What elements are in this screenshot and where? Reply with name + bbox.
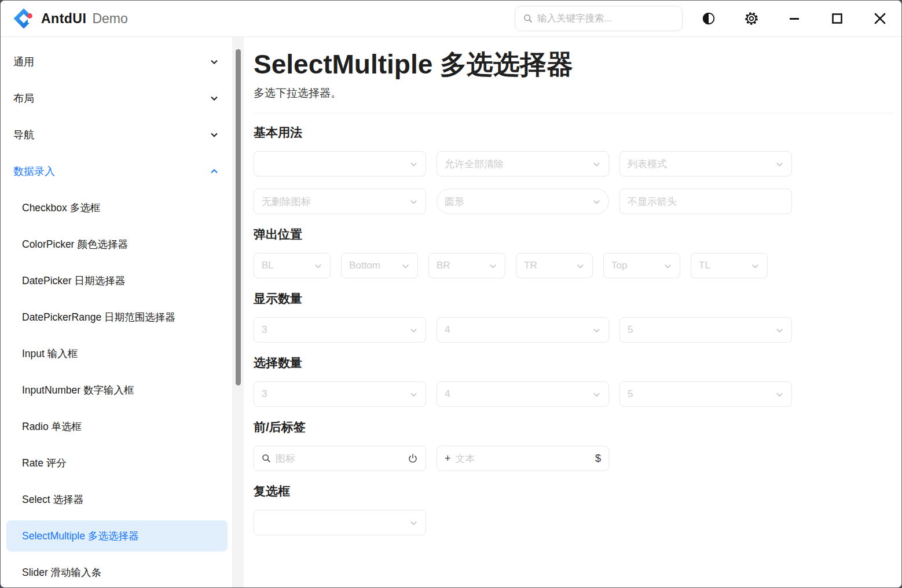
sidebar-item-label: ColorPicker 颜色选择器 [22, 237, 219, 251]
select-no-arrow[interactable]: 不显示箭头 [619, 189, 792, 214]
minimize-button[interactable] [773, 1, 816, 36]
sidebar-group-label: 数据录入 [13, 164, 209, 178]
select-select-count-5[interactable]: 5 [619, 381, 792, 407]
chevron-down-icon [775, 160, 784, 168]
sidebar-item-label: DatePicker 日期选择器 [22, 274, 219, 288]
chevron-down-icon [409, 519, 418, 527]
sidebar-item-radio[interactable]: Radio 单选框 [6, 411, 228, 442]
sidebar-item-inputnumber[interactable]: InputNumber 数字输入框 [6, 374, 228, 406]
search-input[interactable]: 输入关键字搜索... [515, 6, 683, 31]
chevron-down-icon [209, 57, 219, 67]
close-icon [873, 12, 887, 25]
select-select-count-4[interactable]: 4 [437, 381, 609, 407]
select-placement-br[interactable]: BR [428, 253, 505, 278]
power-icon [408, 453, 418, 464]
sidebar-item-label: Slider 滑动输入条 [22, 565, 219, 579]
select-select-count-3[interactable]: 3 [254, 381, 426, 407]
sidebar-item-datepicker[interactable]: DatePicker 日期选择器 [6, 265, 228, 296]
select-prefix-icon[interactable]: 图标 [254, 446, 426, 471]
chevron-down-icon [409, 326, 418, 335]
sidebar-item-slider[interactable]: Slider 滑动输入条 [6, 557, 228, 587]
chevron-down-icon [663, 262, 672, 270]
sidebar-group-data-entry[interactable]: 数据录入 [6, 156, 228, 187]
main-content: SelectMultiple 多选选择器 多选下拉选择器。 基本用法 允许全部清… [244, 37, 901, 587]
select-round[interactable]: 圆形 [437, 189, 609, 214]
select-checkbox-mode[interactable] [254, 510, 426, 535]
select-placement-tl[interactable]: TL [691, 253, 768, 278]
search-icon [523, 14, 533, 23]
divider [254, 113, 894, 113]
theme-contrast-icon [702, 12, 716, 25]
sidebar-scrollbar-thumb[interactable] [236, 49, 241, 385]
sidebar-scrollbar[interactable] [232, 37, 244, 587]
sidebar-group-label: 布局 [13, 91, 209, 105]
gear-icon [744, 11, 759, 26]
select-display-count-4[interactable]: 4 [437, 317, 609, 343]
sidebar-item-colorpicker[interactable]: ColorPicker 颜色选择器 [6, 229, 228, 260]
sidebar-group-label: 导航 [13, 128, 209, 142]
chevron-down-icon [751, 262, 760, 270]
sidebar-group-layout[interactable]: 布局 [6, 83, 228, 114]
sidebar-item-label: Input 输入框 [22, 347, 219, 361]
section-title-placement: 弹出位置 [254, 226, 894, 242]
chevron-down-icon [576, 262, 585, 270]
sidebar-item-label: Select 选择器 [22, 493, 219, 506]
select-display-count-5[interactable]: 5 [619, 317, 792, 343]
sidebar-item-input[interactable]: Input 输入框 [6, 338, 228, 369]
chevron-down-icon [401, 262, 410, 270]
sidebar-group-label: 通用 [13, 55, 209, 69]
sidebar-group-general[interactable]: 通用 [6, 46, 228, 78]
minimize-icon [788, 12, 801, 25]
sidebar-item-label: Rate 评分 [22, 456, 219, 470]
select-list-mode[interactable]: 列表模式 [619, 151, 792, 177]
select-allow-clear[interactable]: 允许全部清除 [437, 151, 609, 177]
sidebar-item-label: Radio 单选框 [22, 420, 219, 433]
page-subtitle: 多选下拉选择器。 [254, 86, 894, 101]
chevron-down-icon [409, 197, 418, 206]
sidebar-item-label: DatePickerRange 日期范围选择器 [22, 310, 219, 324]
chevron-down-icon [314, 262, 322, 270]
titlebar: AntdUI Demo 输入关键字搜索... [1, 1, 901, 37]
sidebar-item-datepickerrange[interactable]: DatePickerRange 日期范围选择器 [6, 302, 228, 333]
chevron-down-icon [592, 326, 601, 335]
chevron-down-icon [592, 160, 601, 168]
sidebar-item-checkbox[interactable]: Checkbox 多选框 [6, 192, 228, 223]
select-basic-default[interactable] [254, 151, 426, 177]
section-title-basic: 基本用法 [254, 124, 894, 141]
section-title-affix: 前/后标签 [254, 419, 894, 435]
chevron-down-icon [775, 326, 784, 335]
antdui-logo-icon [12, 7, 35, 30]
maximize-button[interactable] [816, 1, 859, 36]
theme-toggle-button[interactable] [687, 1, 730, 36]
sidebar-item-label: SelectMultiple 多选选择器 [22, 529, 219, 543]
section-title-select-count: 选择数量 [254, 355, 894, 371]
chevron-down-icon [489, 262, 497, 270]
chevron-down-icon [592, 197, 601, 206]
sidebar-item-select[interactable]: Select 选择器 [6, 484, 228, 515]
settings-button[interactable] [730, 1, 773, 36]
select-placement-bottom[interactable]: Bottom [341, 253, 418, 278]
chevron-down-icon [592, 390, 601, 399]
select-placement-top[interactable]: Top [603, 253, 680, 278]
section-title-display-count: 显示数量 [254, 291, 894, 307]
titlebar-actions [687, 1, 901, 36]
select-placement-tr[interactable]: TR [516, 253, 593, 278]
section-title-checkbox: 复选框 [254, 483, 894, 499]
app-subtitle: Demo [92, 11, 127, 27]
plus-prefix-label: + [445, 453, 451, 465]
select-placement-bl[interactable]: BL [254, 253, 331, 278]
sidebar-group-navigation[interactable]: 导航 [6, 119, 228, 150]
sidebar-item-rate[interactable]: Rate 评分 [6, 447, 228, 479]
close-button[interactable] [859, 1, 901, 36]
select-prefix-text[interactable]: + 文本 $ [437, 446, 609, 471]
sidebar: 通用 布局 导航 数据录入 [1, 37, 232, 587]
chevron-up-icon [209, 166, 219, 177]
dollar-suffix-label: $ [595, 453, 601, 465]
select-no-delete-icon[interactable]: 无删除图标 [254, 189, 426, 214]
app-title: AntdUI [41, 11, 86, 27]
chevron-down-icon [775, 390, 784, 399]
search-placeholder: 输入关键字搜索... [537, 12, 612, 25]
select-display-count-3[interactable]: 3 [254, 317, 426, 343]
sidebar-item-selectmultiple[interactable]: SelectMultiple 多选选择器 [6, 520, 228, 552]
app-window: AntdUI Demo 输入关键字搜索... [0, 0, 902, 588]
